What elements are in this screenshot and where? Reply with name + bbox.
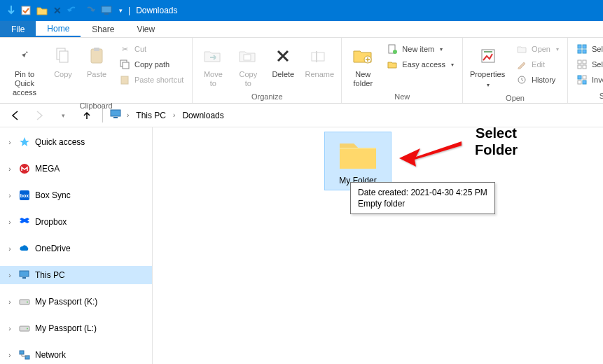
breadcrumb[interactable]: › This PC › Downloads bbox=[110, 108, 227, 122]
undo-icon[interactable] bbox=[67, 6, 78, 15]
tree-passport-k[interactable]: ›My Passport (K:) bbox=[0, 293, 152, 311]
chevron-right-icon[interactable]: › bbox=[6, 298, 14, 306]
chevron-right-icon[interactable]: › bbox=[173, 111, 175, 119]
tab-view[interactable]: View bbox=[125, 21, 166, 37]
annotation-line-2: Folder bbox=[475, 141, 518, 158]
svg-rect-36 bbox=[22, 277, 26, 279]
group-new-label: New bbox=[346, 91, 458, 104]
select-all-button[interactable]: Select all bbox=[572, 42, 603, 56]
open-label: Open bbox=[532, 45, 550, 53]
pc-icon bbox=[110, 108, 123, 122]
delete-button[interactable]: Delete bbox=[267, 42, 299, 82]
select-all-icon bbox=[576, 43, 588, 55]
tree-quick-access[interactable]: ›Quick access bbox=[0, 133, 152, 151]
chevron-right-icon[interactable]: › bbox=[6, 139, 14, 146]
select-none-label: Select none bbox=[592, 60, 603, 69]
tooltip-line-1: Date created: 2021-04-30 4:25 PM bbox=[358, 187, 487, 198]
back-button[interactable] bbox=[7, 107, 24, 124]
invert-selection-button[interactable]: Invert selection bbox=[572, 73, 603, 87]
qat-dropdown-icon[interactable]: ▾ bbox=[119, 7, 123, 14]
tree-label: My Passport (L:) bbox=[35, 323, 97, 333]
new-folder-label: New folder bbox=[354, 70, 373, 88]
rename-button[interactable]: Rename bbox=[302, 42, 337, 82]
select-all-label: Select all bbox=[592, 45, 603, 53]
chevron-down-icon: ▾ bbox=[487, 82, 490, 88]
group-organize: Move to Copy to Delete Rename Organize bbox=[193, 38, 342, 103]
paste-icon bbox=[88, 46, 105, 66]
history-button[interactable]: History bbox=[512, 73, 563, 87]
chevron-right-icon[interactable]: › bbox=[6, 245, 14, 253]
tree-box-sync[interactable]: ›boxBox Sync bbox=[0, 186, 152, 204]
copy-path-icon bbox=[119, 59, 130, 70]
chevron-right-icon[interactable]: › bbox=[6, 325, 14, 332]
drive-icon bbox=[18, 295, 31, 308]
svg-rect-30 bbox=[111, 110, 120, 116]
svg-rect-10 bbox=[244, 55, 251, 60]
group-open-label: Open bbox=[467, 92, 563, 105]
cut-button[interactable]: ✂Cut bbox=[115, 42, 188, 56]
recent-locations-button[interactable]: ▾ bbox=[55, 107, 71, 124]
ribbon: Pin to Quick access Copy Paste ✂Cut Copy… bbox=[0, 38, 603, 104]
pin-to-quick-access-button[interactable]: Pin to Quick access bbox=[4, 42, 45, 100]
history-label: History bbox=[532, 76, 555, 84]
open-button[interactable]: Open▾ bbox=[512, 42, 563, 56]
forward-button[interactable] bbox=[31, 107, 48, 124]
tree-passport-l[interactable]: ›My Passport (L:) bbox=[0, 319, 152, 337]
mega-icon bbox=[18, 162, 31, 175]
up-button[interactable] bbox=[78, 107, 95, 124]
svg-rect-35 bbox=[20, 271, 29, 276]
select-none-button[interactable]: Select none bbox=[572, 57, 603, 71]
svg-rect-29 bbox=[583, 80, 586, 84]
properties-button[interactable]: Properties ▾ bbox=[467, 42, 509, 92]
new-item-button[interactable]: New item▾ bbox=[382, 42, 458, 56]
new-item-label: New item bbox=[402, 45, 434, 53]
paste-shortcut-button[interactable]: Paste shortcut bbox=[115, 73, 188, 87]
crumb-this-pc[interactable]: This PC bbox=[133, 109, 169, 122]
paste-button[interactable]: Paste bbox=[81, 42, 112, 82]
tooltip-line-2: Empty folder bbox=[358, 198, 487, 209]
chevron-right-icon[interactable]: › bbox=[6, 192, 14, 200]
copy-icon bbox=[55, 46, 71, 66]
body: ›Quick access ›MEGA ›boxBox Sync ›Dropbo… bbox=[0, 127, 603, 364]
chevron-right-icon[interactable]: › bbox=[6, 351, 14, 359]
content-pane[interactable]: My Folder Date created: 2021-04-30 4:25 … bbox=[153, 127, 603, 364]
svg-rect-18 bbox=[578, 45, 581, 48]
folder-icon[interactable] bbox=[36, 6, 48, 15]
tab-share[interactable]: Share bbox=[81, 21, 125, 37]
invert-selection-label: Invert selection bbox=[592, 76, 603, 84]
svg-point-15 bbox=[393, 50, 397, 54]
tree-mega[interactable]: ›MEGA bbox=[0, 160, 152, 178]
edit-button[interactable]: Edit bbox=[512, 57, 563, 71]
tab-file[interactable]: File bbox=[0, 21, 36, 37]
svg-rect-23 bbox=[583, 60, 586, 64]
chevron-right-icon[interactable]: › bbox=[6, 272, 14, 279]
tree-label: Box Sync bbox=[35, 190, 71, 200]
monitor-icon[interactable] bbox=[101, 6, 113, 15]
tree-dropbox[interactable]: ›Dropbox bbox=[0, 213, 152, 231]
tree-label: Quick access bbox=[35, 137, 85, 147]
chevron-right-icon[interactable]: › bbox=[6, 165, 14, 173]
move-to-button[interactable]: Move to bbox=[197, 42, 229, 91]
down-arrow-icon[interactable] bbox=[7, 6, 15, 15]
redo-icon[interactable] bbox=[84, 6, 95, 15]
crumb-downloads[interactable]: Downloads bbox=[179, 109, 226, 122]
chevron-right-icon[interactable]: › bbox=[6, 218, 14, 226]
tree-network[interactable]: ›Network bbox=[0, 346, 152, 364]
tab-home[interactable]: Home bbox=[36, 21, 81, 37]
copy-button[interactable]: Copy bbox=[48, 42, 78, 82]
easy-access-icon bbox=[387, 59, 398, 70]
copy-path-label: Copy path bbox=[134, 60, 169, 69]
navigation-pane: ›Quick access ›MEGA ›boxBox Sync ›Dropbo… bbox=[0, 127, 153, 364]
svg-rect-25 bbox=[583, 65, 586, 69]
checkbox-icon[interactable] bbox=[21, 6, 31, 15]
tree-this-pc[interactable]: ›This PC bbox=[0, 266, 152, 284]
easy-access-button[interactable]: Easy access▾ bbox=[382, 57, 458, 71]
tree-onedrive[interactable]: ›OneDrive bbox=[0, 239, 152, 258]
copy-to-button[interactable]: Copy to bbox=[232, 42, 264, 91]
new-folder-button[interactable]: New folder bbox=[346, 42, 380, 91]
chevron-right-icon[interactable]: › bbox=[127, 111, 129, 119]
close-x-icon[interactable]: ✕ bbox=[53, 5, 62, 16]
svg-rect-31 bbox=[113, 117, 118, 118]
copy-path-button[interactable]: Copy path bbox=[115, 57, 188, 71]
delete-icon bbox=[275, 48, 291, 64]
